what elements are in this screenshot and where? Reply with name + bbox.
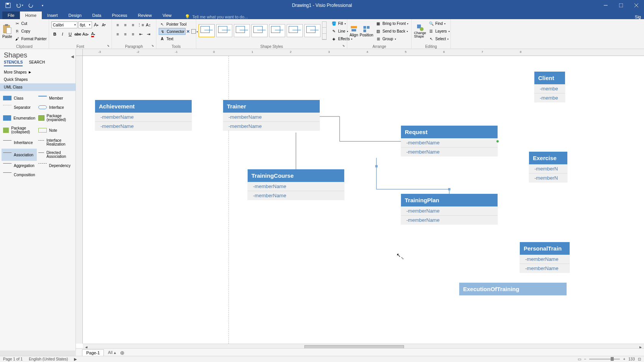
gallery-scroll[interactable] [322,21,327,40]
tab-view[interactable]: View [157,11,177,19]
style-option-7[interactable] [304,24,320,37]
macro-icon[interactable]: ▶ [74,357,77,361]
align-left-button[interactable]: ≡ [114,31,121,38]
paste-button[interactable]: Paste [2,20,12,42]
all-pages-button[interactable]: All ▴ [108,350,116,355]
shape-interface[interactable]: Interface [37,103,72,112]
zoom-in-button[interactable]: + [623,357,625,361]
font-color-button[interactable]: A▾ [90,31,97,38]
style-option-2[interactable] [216,24,232,37]
tab-process[interactable]: Process [107,11,133,19]
increase-indent-button[interactable]: ⇥ [145,31,152,38]
style-option-4[interactable] [251,24,268,37]
style-option-3[interactable] [234,24,250,37]
change-shape-button[interactable]: Change Shape [414,20,426,42]
undo-button[interactable]: ▾ [15,1,24,10]
uml-trainer[interactable]: Trainer -memberName -memberName [223,100,320,131]
tab-home[interactable]: Home [20,11,42,19]
decrease-indent-button[interactable]: ⇤ [137,31,144,38]
align-button[interactable]: Align [350,20,358,42]
bring-front-button[interactable]: ▦Bring to Front▾ [375,20,409,27]
font-name-combo[interactable]: Calibri▾ [51,21,77,28]
uml-client[interactable]: Client -membe -membe [534,72,565,102]
uml-exercise[interactable]: Exercise -memberN -memberN [529,152,567,182]
zoom-out-button[interactable]: − [584,357,586,361]
shape-member[interactable]: Member [37,93,72,103]
styles-dialog-launcher[interactable]: ⬊ [342,44,346,48]
align-middle-button[interactable]: ≡ [122,21,129,28]
zoom-level[interactable]: 133 [628,357,635,361]
grow-font-button[interactable]: A▴ [93,21,100,28]
shape-directed-association[interactable]: Directed Association [37,149,72,161]
shrink-font-button[interactable]: A▾ [100,21,107,28]
uml-trainingplan[interactable]: TrainingPlan -memberName -memberName [401,194,498,224]
uml-class-stencil[interactable]: UML Class [0,84,76,91]
tab-insert[interactable]: Insert [42,11,63,19]
send-back-button[interactable]: ▧Send to Back▾ [375,28,409,34]
qat-customize[interactable]: ▾ [38,1,47,10]
style-option-1[interactable] [199,24,215,37]
find-button[interactable]: 🔍Find▾ [428,20,450,27]
stencils-tab[interactable]: STENCILS [4,60,23,66]
bold-button[interactable]: B [51,31,58,38]
strikethrough-button[interactable]: abc [74,31,81,38]
fit-page-button[interactable]: ⊡ [638,357,641,361]
layers-button[interactable]: ☰Layers▾ [428,28,450,34]
shape-aggregation[interactable]: Aggregation [2,161,37,170]
sign-in[interactable]: Sig [635,15,641,19]
connection-point[interactable] [496,140,499,143]
tab-data[interactable]: Data [87,11,107,19]
italic-button[interactable]: I [59,31,66,38]
tab-design[interactable]: Design [63,11,87,19]
shape-inheritance[interactable]: Inheritance [2,136,37,149]
close-x-icon[interactable]: ✕ [186,29,190,34]
text-direction-button[interactable]: A↕ [145,21,152,28]
copy-button[interactable]: ⎘Copy [14,28,48,34]
add-page-button[interactable]: ⊕ [120,350,125,356]
shape-enumeration[interactable]: Enumeration [2,112,37,124]
style-option-5[interactable] [269,24,285,37]
select-button[interactable]: ↖Select▾ [428,35,450,42]
case-button[interactable]: Aa▾ [82,31,89,38]
group-button[interactable]: ⊞Group▾ [375,35,409,42]
quick-shapes-item[interactable]: Quick Shapes [0,76,76,84]
redo-button[interactable] [27,1,35,10]
save-button[interactable] [4,1,12,10]
paragraph-dialog-launcher[interactable]: ⬊ [151,44,155,48]
shape-interface-realization[interactable]: Interface Realization [37,136,72,149]
rectangle-tool-button[interactable] [191,29,196,34]
collapse-panel-button[interactable]: ◀ [71,54,74,59]
language-indicator[interactable]: English (United States) [29,357,68,361]
style-option-6[interactable] [287,24,303,37]
shape-note[interactable]: Note [37,124,72,136]
underline-button[interactable]: U [67,31,74,38]
more-shapes-button[interactable]: More Shapes▶ [0,66,76,76]
shape-class[interactable]: Class [2,93,37,103]
zoom-slider[interactable] [589,359,620,360]
search-tab[interactable]: SEARCH [29,60,45,66]
uml-achievement[interactable]: Achievement -memberName -memberName [95,100,192,131]
connector-tool-button[interactable]: ↯Connector [159,28,186,35]
align-center-button[interactable]: ≡ [122,31,129,38]
uml-trainingcourse[interactable]: TrainingCourse -memberName -memberName [248,169,344,200]
cut-button[interactable]: ✂Cut [14,20,48,27]
format-painter-button[interactable]: 🖌Format Painter [14,35,48,42]
align-bottom-button[interactable]: ≡ [130,21,136,28]
bullets-button[interactable]: ⋮≡ [137,21,144,28]
uml-personaltrain[interactable]: PersonalTrain -memberName -memberName [520,242,570,273]
shape-separator[interactable]: Separator [2,103,37,112]
shape-package-collapsed[interactable]: Package (collapsed) [2,124,37,136]
shape-package-expanded[interactable]: Package (expanded) [37,112,72,124]
align-right-button[interactable]: ≡ [130,31,136,38]
pointer-tool-button[interactable]: ↖Pointer Tool [159,21,187,28]
font-size-combo[interactable]: 8pt.▾ [78,21,92,28]
drawing-canvas[interactable]: Achievement -memberName -memberName Trai… [83,56,644,344]
tab-file[interactable]: File [2,11,20,19]
tell-me-search[interactable]: 💡Tell me what you want to do... [185,14,248,19]
tab-review[interactable]: Review [133,11,157,19]
zoom-thumb[interactable] [611,357,614,361]
text-tool-button[interactable]: AText [159,35,174,42]
shape-composition[interactable]: Composition [2,170,37,179]
minimize-button[interactable] [598,0,613,11]
shape-association[interactable]: Association [2,149,37,161]
